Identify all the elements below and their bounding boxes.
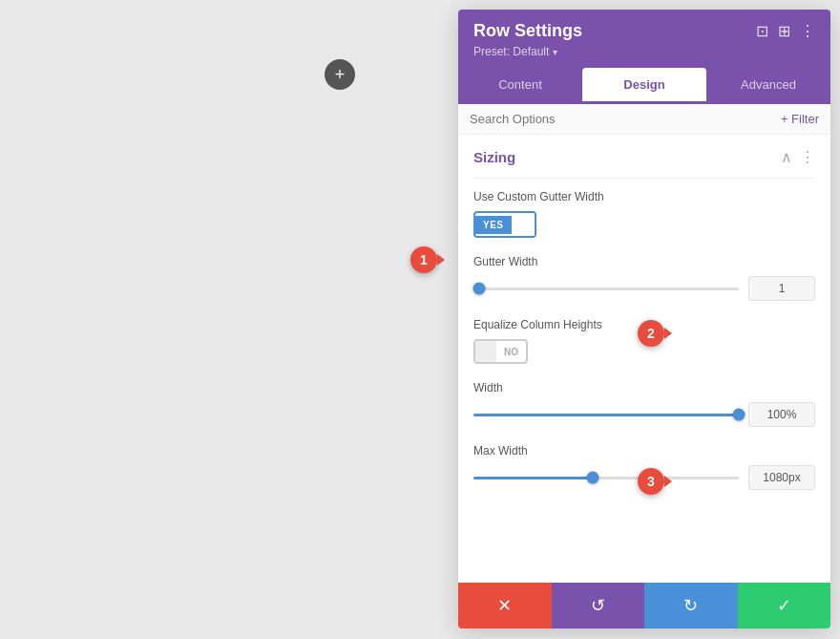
undo-icon: ↺	[591, 595, 605, 616]
columns-icon[interactable]: ⊞	[778, 22, 790, 40]
panel-preset[interactable]: Preset: Default ▾	[473, 45, 815, 58]
equalize-heights-field: Equalize Column Heights NO	[473, 318, 815, 364]
slider-fill-max	[473, 477, 593, 479]
panel-footer: ✕ ↺ ↻ ✓	[458, 583, 830, 628]
gutter-width-value[interactable]: 1	[748, 276, 815, 301]
width-field: Width 100%	[473, 381, 815, 427]
panel-title: Row Settings	[473, 21, 582, 41]
redo-button[interactable]: ↻	[644, 583, 738, 628]
panel-header: Row Settings ⊡ ⊞ ⋮ Preset: Default ▾	[458, 10, 830, 68]
filter-button[interactable]: + Filter	[781, 112, 819, 126]
width-label: Width	[473, 381, 815, 394]
gutter-width-slider-row: 1	[473, 276, 815, 301]
row-settings-panel: Row Settings ⊡ ⊞ ⋮ Preset: Default ▾ Con…	[458, 10, 830, 628]
section-divider	[473, 178, 815, 179]
section-actions: ∧ ⋮	[781, 148, 815, 166]
custom-gutter-label: Use Custom Gutter Width	[473, 190, 815, 203]
gutter-width-slider[interactable]	[473, 279, 739, 298]
slider-thumb-max[interactable]	[587, 472, 599, 484]
collapse-icon[interactable]: ∧	[781, 148, 792, 166]
custom-gutter-field: Use Custom Gutter Width YES	[473, 190, 815, 238]
save-button[interactable]: ✓	[738, 583, 831, 628]
slider-track	[473, 288, 739, 290]
undo-button[interactable]: ↺	[552, 583, 645, 628]
tab-advanced[interactable]: Advanced	[706, 68, 830, 104]
section-more-icon[interactable]: ⋮	[800, 148, 815, 166]
equalize-heights-toggle-wrap: NO	[473, 339, 815, 364]
tab-design[interactable]: Design	[582, 68, 706, 104]
preset-dropdown-arrow: ▾	[553, 47, 557, 57]
panel-header-icons: ⊡ ⊞ ⋮	[756, 22, 815, 40]
search-input[interactable]	[470, 112, 773, 126]
slider-track-width	[473, 414, 739, 416]
more-options-icon[interactable]: ⋮	[800, 22, 815, 40]
add-section-button[interactable]: +	[325, 59, 355, 90]
max-width-value[interactable]: 1080px	[748, 465, 815, 490]
panel-content: Sizing ∧ ⋮ Use Custom Gutter Width YES G…	[458, 135, 830, 583]
panel-tabs: Content Design Advanced	[458, 68, 830, 104]
cancel-icon: ✕	[497, 595, 512, 616]
gutter-width-field: Gutter Width 1	[473, 255, 815, 301]
equalize-heights-label: Equalize Column Heights	[473, 318, 815, 331]
redo-icon: ↻	[683, 595, 698, 616]
gutter-width-label: Gutter Width	[473, 255, 815, 268]
width-slider[interactable]	[473, 405, 739, 424]
max-width-label: Max Width	[473, 444, 815, 458]
save-icon: ✓	[777, 595, 791, 616]
slider-fill-width	[473, 414, 739, 416]
width-value[interactable]: 100%	[748, 402, 815, 427]
search-bar: + Filter	[458, 104, 830, 135]
plus-icon: +	[335, 66, 346, 83]
slider-thumb-width[interactable]	[733, 409, 746, 421]
panel-header-top: Row Settings ⊡ ⊞ ⋮	[473, 21, 815, 41]
custom-gutter-toggle[interactable]: YES	[473, 211, 536, 238]
toggle-no-thumb	[475, 341, 496, 362]
slider-track-max	[473, 477, 739, 479]
max-width-field: Max Width 1080px	[473, 444, 815, 490]
toggle-thumb	[512, 213, 535, 236]
cancel-button[interactable]: ✕	[458, 583, 552, 628]
max-width-slider-row: 1080px	[473, 465, 815, 490]
sizing-title: Sizing	[473, 149, 515, 165]
tab-content[interactable]: Content	[458, 68, 582, 104]
resize-icon[interactable]: ⊡	[756, 22, 768, 40]
toggle-no-label: NO	[496, 343, 526, 361]
width-slider-row: 100%	[473, 402, 815, 427]
toggle-yes-label: YES	[475, 216, 512, 234]
max-width-slider[interactable]	[473, 468, 739, 487]
custom-gutter-toggle-wrap: YES	[473, 211, 815, 238]
equalize-heights-toggle[interactable]: NO	[473, 339, 528, 364]
slider-thumb[interactable]	[472, 283, 485, 295]
sizing-section-header: Sizing ∧ ⋮	[473, 135, 815, 174]
